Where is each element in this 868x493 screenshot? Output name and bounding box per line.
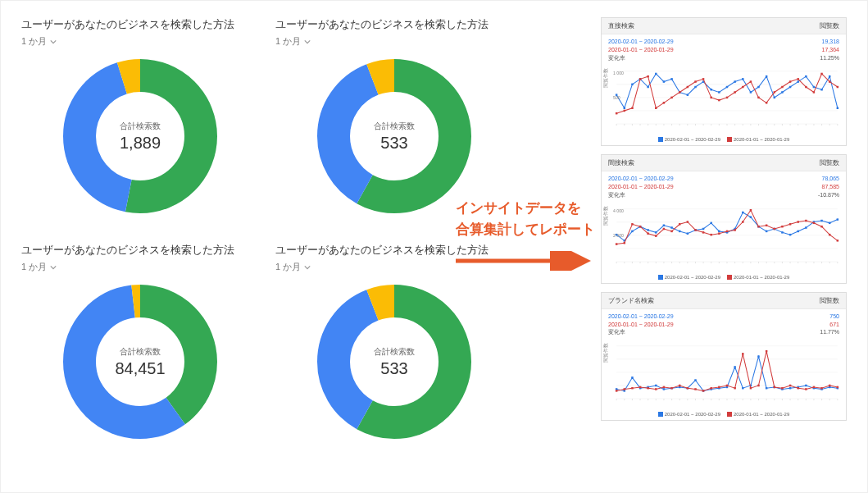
- center-value: 533: [380, 359, 407, 378]
- meta-value: 671: [829, 321, 839, 329]
- period-selector[interactable]: 1 か月: [21, 261, 259, 273]
- svg-rect-60: [813, 92, 815, 94]
- svg-rect-216: [789, 387, 791, 389]
- arrow-icon: [456, 251, 595, 274]
- svg-rect-140: [702, 231, 704, 233]
- svg-rect-142: [718, 232, 720, 234]
- meta-label: 2020-02-01 ~ 2020-02-29: [608, 175, 674, 183]
- svg-rect-46: [702, 79, 704, 80]
- svg-rect-26: [774, 97, 775, 98]
- svg-rect-11: [655, 73, 657, 75]
- svg-rect-38: [639, 79, 641, 80]
- svg-rect-117: [750, 216, 752, 217]
- line-chart: 4 000 2 000: [613, 203, 841, 273]
- svg-text:1 000: 1 000: [613, 71, 624, 75]
- card-title: ユーザーがあなたのビジネスを検索した方法: [21, 17, 259, 32]
- svg-rect-52: [750, 81, 752, 83]
- center-label: 合計検索数: [120, 121, 161, 132]
- svg-rect-113: [718, 230, 720, 231]
- panel-metric: 閲覧数: [820, 296, 839, 305]
- svg-rect-233: [694, 388, 696, 390]
- meta-label: 2020-01-01 ~ 2020-01-29: [608, 183, 674, 191]
- line-panel: 直接検索閲覧数 2020-02-01 ~ 2020-02-2919,318202…: [601, 17, 847, 146]
- svg-rect-59: [805, 86, 807, 88]
- meta-value: -10.87%: [818, 191, 839, 199]
- svg-rect-230: [670, 387, 672, 389]
- line-panel: 間接検索閲覧数 2020-02-01 ~ 2020-02-2978,065202…: [601, 154, 847, 283]
- svg-rect-134: [655, 235, 657, 236]
- svg-text:4 000: 4 000: [613, 208, 624, 213]
- svg-rect-130: [624, 242, 625, 244]
- svg-rect-8: [631, 84, 633, 85]
- svg-rect-227: [647, 387, 648, 389]
- svg-rect-55: [774, 92, 775, 94]
- chevron-down-icon: [50, 264, 57, 271]
- svg-rect-155: [820, 226, 822, 227]
- chevron-down-icon: [304, 39, 311, 45]
- meta-value: 11.77%: [820, 328, 839, 336]
- svg-rect-21: [734, 81, 735, 83]
- panel-title: 直接検索: [608, 21, 634, 30]
- svg-rect-116: [742, 212, 743, 213]
- svg-rect-107: [670, 226, 672, 228]
- legend: 2020-02-01 ~ 2020-02-29 2020-01-01 ~ 202…: [602, 137, 846, 145]
- meta-label: 2020-02-01 ~ 2020-02-29: [608, 38, 674, 46]
- svg-rect-13: [670, 79, 672, 80]
- legend: 2020-02-01 ~ 2020-02-29 2020-01-01 ~ 202…: [602, 412, 846, 420]
- svg-rect-25: [766, 75, 767, 77]
- svg-rect-42: [670, 97, 672, 98]
- svg-rect-238: [734, 387, 735, 389]
- svg-rect-16: [694, 86, 696, 88]
- meta-value: 17,364: [822, 46, 839, 54]
- svg-rect-24: [757, 86, 759, 88]
- svg-rect-122: [789, 234, 791, 235]
- svg-rect-231: [679, 385, 680, 386]
- svg-rect-250: [829, 385, 830, 386]
- svg-rect-22: [742, 79, 743, 80]
- svg-rect-33: [829, 75, 830, 77]
- svg-rect-62: [829, 81, 830, 83]
- svg-rect-28: [789, 86, 791, 88]
- period-selector[interactable]: 1 か月: [21, 35, 259, 48]
- meta-value: 19,318: [822, 38, 839, 46]
- svg-rect-37: [631, 107, 633, 109]
- svg-rect-121: [781, 231, 783, 233]
- svg-rect-149: [774, 228, 775, 230]
- svg-rect-224: [624, 388, 625, 390]
- svg-rect-41: [663, 102, 665, 103]
- svg-rect-136: [670, 230, 672, 231]
- chevron-down-icon: [50, 39, 57, 45]
- svg-rect-246: [797, 387, 798, 389]
- center-value: 1,889: [120, 134, 161, 153]
- center-value: 84,451: [115, 359, 165, 378]
- svg-rect-49: [726, 97, 728, 98]
- svg-rect-137: [679, 223, 680, 225]
- callout: インサイトデータを 合算集計してレポート: [456, 198, 595, 240]
- donut-card: ユーザーがあなたのビジネスを検索した方法 1 か月 合計検索数 84,451: [21, 243, 259, 444]
- y-axis-label: 閲覧件数: [602, 206, 610, 226]
- svg-rect-31: [813, 86, 815, 88]
- legend: 2020-02-01 ~ 2020-02-29 2020-01-01 ~ 202…: [602, 275, 846, 283]
- svg-rect-29: [797, 81, 798, 83]
- svg-rect-123: [797, 230, 798, 231]
- svg-rect-27: [781, 92, 783, 94]
- svg-rect-209: [734, 366, 735, 367]
- meta-label: 変化率: [608, 328, 625, 336]
- svg-rect-228: [655, 388, 657, 390]
- svg-rect-135: [663, 228, 665, 230]
- panel-title: 間接検索: [608, 158, 634, 167]
- callout-line1: インサイトデータを: [456, 198, 595, 219]
- panel-metric: 閲覧数: [820, 158, 839, 167]
- period-selector[interactable]: 1 か月: [275, 35, 513, 48]
- svg-rect-249: [820, 387, 822, 389]
- svg-rect-47: [710, 97, 711, 98]
- svg-rect-196: [631, 377, 633, 378]
- svg-rect-36: [624, 110, 625, 112]
- svg-rect-30: [805, 75, 807, 77]
- svg-rect-199: [655, 385, 657, 386]
- svg-rect-232: [687, 387, 688, 389]
- svg-rect-104: [647, 229, 648, 231]
- svg-rect-213: [766, 387, 767, 389]
- svg-rect-235: [710, 387, 711, 389]
- svg-rect-56: [781, 86, 783, 88]
